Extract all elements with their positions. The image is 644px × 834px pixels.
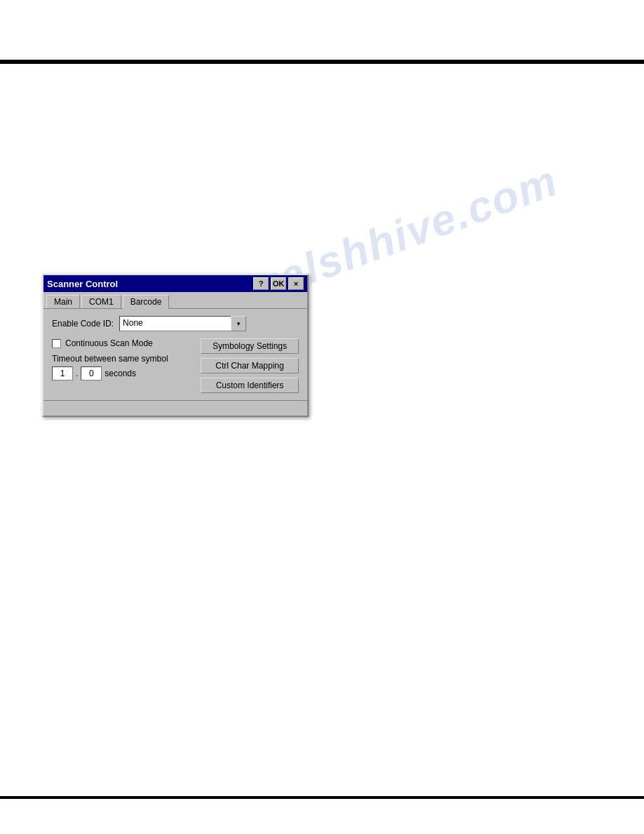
close-button[interactable]: ×: [288, 277, 304, 290]
timeout-section: Timeout between same symbol . seconds: [52, 354, 194, 380]
enable-code-id-value[interactable]: None: [119, 316, 232, 331]
timeout-inputs: . seconds: [52, 366, 194, 380]
enable-code-id-row: Enable Code ID: None: [52, 316, 299, 331]
enable-code-id-dropdown-arrow[interactable]: [231, 316, 246, 331]
help-button[interactable]: ?: [253, 277, 269, 290]
title-bar-left: Scanner Control: [47, 279, 118, 289]
dialog-footer: [43, 400, 307, 416]
bottom-bar: [0, 796, 644, 799]
dialog-title: Scanner Control: [47, 279, 118, 289]
barcode-tab-content: Enable Code ID: None Continuous Scan Mod…: [43, 308, 307, 400]
continuous-scan-row: Continuous Scan Mode: [52, 338, 194, 348]
tab-barcode[interactable]: Barcode: [123, 295, 170, 309]
continuous-scan-checkbox[interactable]: [52, 339, 61, 348]
enable-code-id-label: Enable Code ID:: [52, 319, 114, 329]
title-bar-controls: ? OK ×: [253, 277, 304, 290]
ok-button[interactable]: OK: [271, 277, 286, 290]
timeout-label: Timeout between same symbol: [52, 354, 194, 364]
continuous-scan-label: Continuous Scan Mode: [65, 338, 153, 348]
right-column: Symbology Settings Ctrl Char Mapping Cus…: [201, 338, 299, 393]
timeout-unit: seconds: [105, 369, 136, 378]
tab-bar: Main COM1 Barcode: [43, 292, 307, 308]
two-col-layout: Continuous Scan Mode Timeout between sam…: [52, 338, 299, 393]
timeout-input-2[interactable]: [81, 366, 102, 380]
timeout-input-1[interactable]: [52, 366, 73, 380]
top-bar: [0, 60, 644, 64]
tab-com1[interactable]: COM1: [81, 295, 121, 308]
custom-identifiers-button[interactable]: Custom Identifiers: [201, 378, 299, 393]
symbology-settings-button[interactable]: Symbology Settings: [201, 338, 299, 354]
ctrl-char-mapping-button[interactable]: Ctrl Char Mapping: [201, 358, 299, 373]
left-column: Continuous Scan Mode Timeout between sam…: [52, 338, 194, 380]
title-bar: Scanner Control ? OK ×: [43, 275, 307, 292]
timeout-separator: .: [76, 369, 78, 378]
scanner-control-dialog: Scanner Control ? OK × Main COM1 Barcode…: [42, 274, 309, 417]
tab-main[interactable]: Main: [46, 295, 80, 308]
enable-code-id-select-container: None: [119, 316, 246, 331]
